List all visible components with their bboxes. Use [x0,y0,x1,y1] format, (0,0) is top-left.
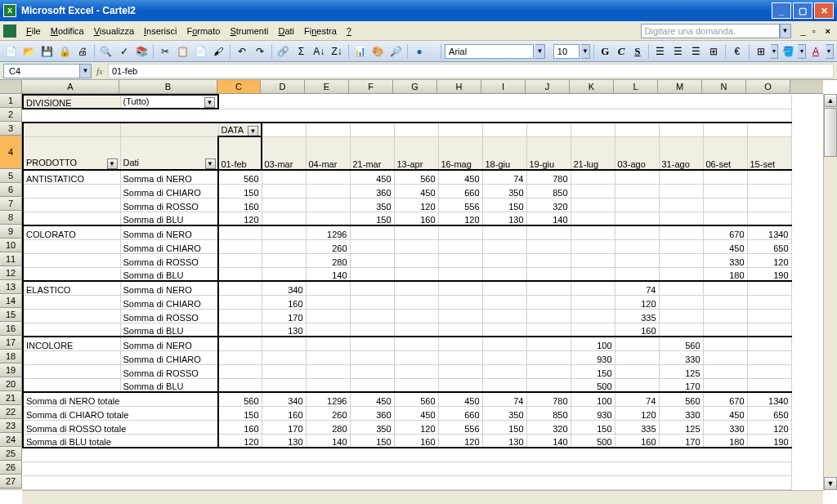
close-document-button[interactable]: × [822,26,834,36]
row-header-23[interactable]: 23 [0,419,22,433]
pivot-filter-value[interactable]: (Tutto)▼ [120,95,218,109]
row-header-26[interactable]: 26 [0,461,22,475]
fill-color-icon[interactable]: 🪣 [780,43,796,60]
row-header-10[interactable]: 10 [0,239,22,252]
print-icon[interactable]: 🖨 [74,43,91,60]
column-header-J[interactable]: J [526,80,570,93]
spelling-icon[interactable]: ✓ [116,43,132,60]
menu-modifica[interactable]: Modifica [46,25,89,38]
row-header-20[interactable]: 20 [0,377,22,391]
font-selector[interactable]: Arial [445,44,534,59]
row-header-8[interactable]: 8 [0,211,22,225]
row-header-24[interactable]: 24 [0,433,22,447]
pivot-col-field[interactable]: DATA▼ [218,123,262,136]
column-header-I[interactable]: I [481,80,526,93]
dati-dropdown-icon[interactable]: ▼ [205,158,216,169]
menu-finestra[interactable]: Finestra [299,25,342,38]
chart-icon[interactable]: 📊 [352,43,369,60]
row-header-17[interactable]: 17 [0,336,22,350]
menu-strumenti[interactable]: Strumenti [225,25,273,38]
font-color-icon[interactable]: A [808,43,824,60]
column-header-C[interactable]: C [217,80,261,93]
undo-icon[interactable]: ↶ [234,43,250,60]
open-icon[interactable]: 📂 [21,43,38,60]
menu-help[interactable]: ? [342,25,356,38]
column-header-O[interactable]: O [746,80,790,93]
currency-icon[interactable]: € [729,43,745,60]
borders-icon[interactable]: ⊞ [753,43,769,60]
menu-dati[interactable]: Dati [273,25,299,38]
name-box[interactable]: C4 [3,64,80,78]
align-center-icon[interactable]: ☰ [670,43,687,60]
row-header-19[interactable]: 19 [0,364,22,377]
column-header-A[interactable]: A [22,80,119,93]
column-header-K[interactable]: K [570,80,614,93]
drawing-icon[interactable]: 🎨 [370,43,387,60]
excel-doc-icon[interactable] [3,25,16,38]
row-header-16[interactable]: 16 [0,322,22,336]
row-header-7[interactable]: 7 [0,197,22,211]
help-dropdown-icon[interactable]: ▼ [780,24,791,38]
row-header-25[interactable]: 25 [0,447,22,461]
row-header-18[interactable]: 18 [0,350,22,364]
merge-icon[interactable]: ⊞ [705,43,722,60]
paste-icon[interactable]: 📄 [193,43,209,60]
menu-file[interactable]: File [21,25,46,38]
new-icon[interactable]: 📄 [3,43,20,60]
window-restore-icon[interactable]: _ [798,26,809,36]
fill-dropdown-icon[interactable]: ▾ [798,44,806,59]
print-preview-icon[interactable]: 🔍 [98,43,114,60]
research-icon[interactable]: 📚 [133,43,150,60]
column-header-E[interactable]: E [305,80,349,93]
vscroll-thumb[interactable] [824,108,837,157]
column-header-N[interactable]: N [702,80,746,93]
hyperlink-icon[interactable]: 🔗 [275,43,292,60]
spreadsheet-grid[interactable]: ABCDEFGHIJKLMNO 123456789101112131415161… [0,80,837,504]
row-header-21[interactable]: 21 [0,391,22,405]
zoom-icon[interactable]: 🔎 [388,43,405,60]
copy-icon[interactable]: 📋 [175,43,191,60]
fontcolor-dropdown-icon[interactable]: ▾ [826,44,834,59]
row-header-27[interactable]: 27 [0,475,22,488]
row-header-2[interactable]: 2 [0,108,22,122]
column-header-G[interactable]: G [393,80,437,93]
cells-area[interactable]: DIVISIONE(Tutto)▼DATA▼PRODOTTO▼Dati▼01-f… [22,94,823,490]
help-icon[interactable]: ● [411,43,427,60]
save-icon[interactable]: 💾 [39,43,56,60]
horizontal-scrollbar[interactable] [22,490,823,504]
row-header-12[interactable]: 12 [0,266,22,280]
name-box-dropdown-icon[interactable]: ▼ [80,64,92,78]
select-all-corner[interactable] [0,80,22,94]
scroll-down-icon[interactable]: ▼ [824,477,837,490]
row-header-22[interactable]: 22 [0,405,22,419]
window-max-icon[interactable]: ▫ [809,26,819,36]
fx-icon[interactable]: fx [96,66,103,76]
date-header-0[interactable]: 01-feb [218,136,262,170]
row-header-3[interactable]: 3 [0,122,22,136]
maximize-button[interactable]: ▢ [793,2,812,19]
permissions-icon[interactable]: 🔒 [56,43,73,60]
row-header-5[interactable]: 5 [0,169,22,183]
format-painter-icon[interactable]: 🖌 [211,43,227,60]
menu-inserisci[interactable]: Inserisci [139,25,181,38]
close-button[interactable]: ✕ [814,2,834,19]
align-right-icon[interactable]: ☰ [687,43,704,60]
column-header-F[interactable]: F [349,80,393,93]
row-header-1[interactable]: 1 [0,94,22,108]
column-header-L[interactable]: L [614,80,658,93]
menu-visualizza[interactable]: Visualizza [89,25,139,38]
row-header-14[interactable]: 14 [0,294,22,308]
column-header-D[interactable]: D [261,80,305,93]
prodotto-dropdown-icon[interactable]: ▼ [107,158,118,169]
row-header-6[interactable]: 6 [0,183,22,197]
size-dropdown-icon[interactable]: ▼ [581,44,591,59]
help-search-box[interactable]: Digitare una domanda. [641,24,780,38]
data-dropdown-icon[interactable]: ▼ [248,126,258,136]
pivot-data-field[interactable]: Dati▼ [120,136,218,170]
font-dropdown-icon[interactable]: ▼ [535,44,545,59]
row-header-11[interactable]: 11 [0,252,22,266]
autosum-icon[interactable]: Σ [293,43,310,60]
align-left-icon[interactable]: ☰ [652,43,669,60]
sort-asc-icon[interactable]: A↓ [311,43,327,60]
row-header-13[interactable]: 13 [0,280,22,294]
